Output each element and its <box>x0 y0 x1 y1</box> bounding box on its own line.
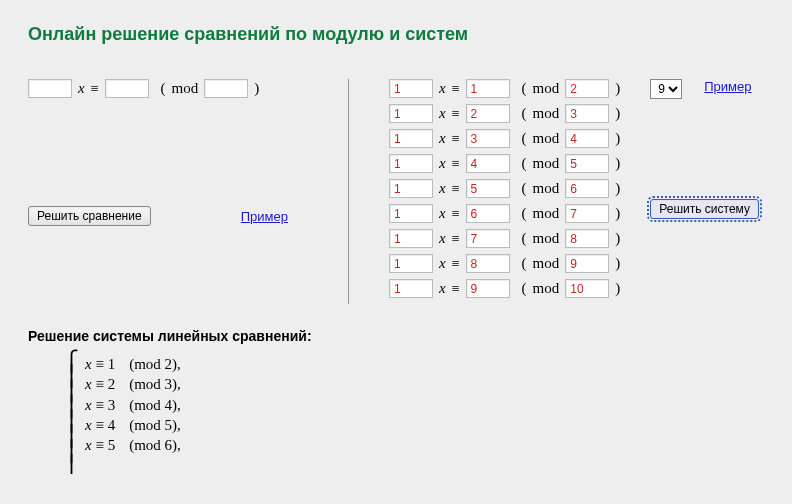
solution-line: x ≡ 2(mod 3), <box>85 374 181 394</box>
system-row: x≡(mod) <box>389 229 620 248</box>
single-m-input[interactable] <box>204 79 248 98</box>
system-lparen: ( <box>522 180 527 197</box>
system-x-label: x <box>439 155 446 172</box>
single-x-label: x <box>78 80 85 97</box>
system-x-label: x <box>439 255 446 272</box>
system-row: x≡(mod) <box>389 154 620 173</box>
system-equiv: ≡ <box>452 281 460 297</box>
system-a-input[interactable] <box>389 129 433 148</box>
system-rparen: ) <box>615 180 620 197</box>
solution-line: x ≡ 3(mod 4), <box>85 395 181 415</box>
system-equiv: ≡ <box>452 106 460 122</box>
system-m-input[interactable] <box>565 154 609 173</box>
system-mod-label: mod <box>533 255 560 272</box>
system-m-input[interactable] <box>565 279 609 298</box>
system-lparen: ( <box>522 230 527 247</box>
system-mod-label: mod <box>533 180 560 197</box>
system-row: x≡(mod) <box>389 104 620 123</box>
system-equiv: ≡ <box>452 156 460 172</box>
system-mod-label: mod <box>533 105 560 122</box>
system-b-input[interactable] <box>466 154 510 173</box>
solution-line: x ≡ 4(mod 5), <box>85 415 181 435</box>
system-equiv: ≡ <box>452 131 460 147</box>
system-a-input[interactable] <box>389 154 433 173</box>
system-rparen: ) <box>615 130 620 147</box>
system-row: x≡(mod) <box>389 129 620 148</box>
system-a-input[interactable] <box>389 179 433 198</box>
system-a-input[interactable] <box>389 204 433 223</box>
system-example-link[interactable]: Пример <box>704 79 751 94</box>
single-a-input[interactable] <box>28 79 72 98</box>
system-row: x≡(mod) <box>389 179 620 198</box>
system-rparen: ) <box>615 80 620 97</box>
system-x-label: x <box>439 80 446 97</box>
system-rparen: ) <box>615 255 620 272</box>
single-congruence-panel: x ≡ (mod ) Решить сравнение Пример <box>28 79 348 304</box>
solution-rhs: (mod 5), <box>129 415 181 435</box>
system-lparen: ( <box>522 130 527 147</box>
system-m-input[interactable] <box>565 254 609 273</box>
system-equiv: ≡ <box>452 206 460 222</box>
system-rparen: ) <box>615 230 620 247</box>
system-equiv: ≡ <box>452 256 460 272</box>
calculator-layout: x ≡ (mod ) Решить сравнение Пример x≡(mo… <box>28 79 764 304</box>
system-m-input[interactable] <box>565 104 609 123</box>
system-lparen: ( <box>522 80 527 97</box>
system-panel: x≡(mod)x≡(mod)x≡(mod)x≡(mod)x≡(mod)x≡(mo… <box>348 79 640 304</box>
system-b-input[interactable] <box>466 104 510 123</box>
system-a-input[interactable] <box>389 104 433 123</box>
solution-rhs: (mod 2), <box>129 354 181 374</box>
system-rparen: ) <box>615 155 620 172</box>
system-rparen: ) <box>615 280 620 297</box>
system-b-input[interactable] <box>466 129 510 148</box>
system-equiv: ≡ <box>452 231 460 247</box>
single-example-link[interactable]: Пример <box>241 209 288 224</box>
system-rparen: ) <box>615 205 620 222</box>
system-b-input[interactable] <box>466 179 510 198</box>
solve-system-button[interactable]: Решить систему <box>650 199 759 219</box>
brace-icon: ⎧⎪⎪⎪⎪⎪⎪⎪ <box>64 354 79 474</box>
solution-rhs: (mod 4), <box>129 395 181 415</box>
system-equiv: ≡ <box>452 181 460 197</box>
system-b-input[interactable] <box>466 254 510 273</box>
solution-line: x ≡ 1(mod 2), <box>85 354 181 374</box>
solution-title: Решение системы линейных сравнений: <box>28 328 764 344</box>
system-m-input[interactable] <box>565 179 609 198</box>
system-mod-label: mod <box>533 205 560 222</box>
system-row: x≡(mod) <box>389 279 620 298</box>
system-a-input[interactable] <box>389 79 433 98</box>
single-b-input[interactable] <box>105 79 149 98</box>
system-lparen: ( <box>522 155 527 172</box>
solution-block: Решение системы линейных сравнений: ⎧⎪⎪⎪… <box>28 328 764 474</box>
system-equiv: ≡ <box>452 81 460 97</box>
system-row: x≡(mod) <box>389 204 620 223</box>
solution-lhs: x ≡ 2 <box>85 374 115 394</box>
system-x-label: x <box>439 180 446 197</box>
system-a-input[interactable] <box>389 254 433 273</box>
system-m-input[interactable] <box>565 129 609 148</box>
system-size-select[interactable]: 9 <box>650 79 682 99</box>
system-x-label: x <box>439 105 446 122</box>
solve-single-button[interactable]: Решить сравнение <box>28 206 151 226</box>
single-mod-label: mod <box>172 80 199 97</box>
system-m-input[interactable] <box>565 204 609 223</box>
solution-rhs: (mod 3), <box>129 374 181 394</box>
solution-lhs: x ≡ 3 <box>85 395 115 415</box>
system-m-input[interactable] <box>565 79 609 98</box>
system-m-input[interactable] <box>565 229 609 248</box>
system-a-input[interactable] <box>389 229 433 248</box>
system-b-input[interactable] <box>466 79 510 98</box>
system-x-label: x <box>439 230 446 247</box>
system-b-input[interactable] <box>466 279 510 298</box>
solution-rhs: (mod 6), <box>129 435 181 455</box>
solution-line: x ≡ 5(mod 6), <box>85 435 181 455</box>
system-b-input[interactable] <box>466 229 510 248</box>
system-a-input[interactable] <box>389 279 433 298</box>
solution-lhs: x ≡ 5 <box>85 435 115 455</box>
system-rparen: ) <box>615 105 620 122</box>
system-mod-label: mod <box>533 230 560 247</box>
page-title: Онлайн решение сравнений по модулю и сис… <box>28 24 764 45</box>
system-b-input[interactable] <box>466 204 510 223</box>
single-lparen: ( <box>161 80 166 97</box>
system-row: x≡(mod) <box>389 79 620 98</box>
